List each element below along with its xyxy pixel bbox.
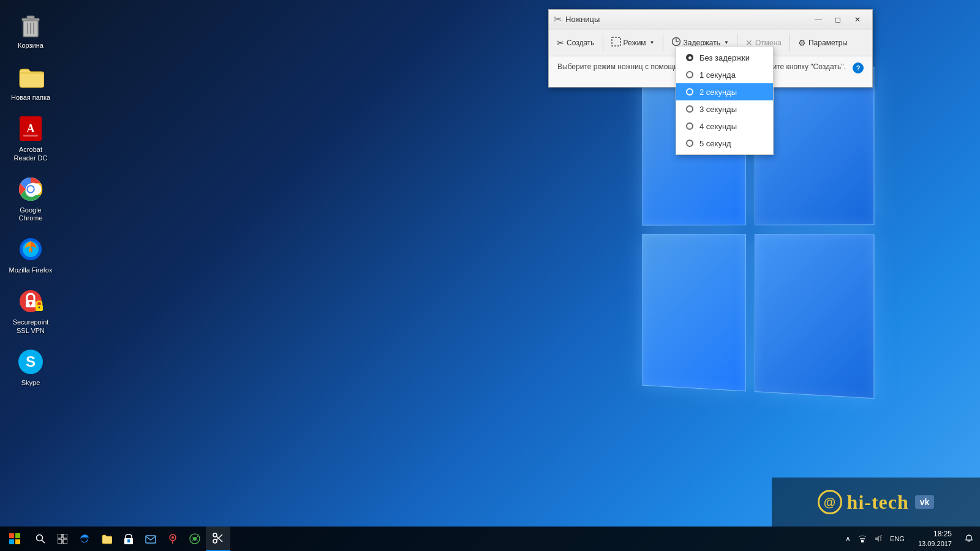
search-button[interactable]: [29, 527, 51, 551]
svg-rect-2: [27, 16, 34, 19]
maps-button[interactable]: [162, 527, 184, 551]
svg-rect-18: [30, 303, 31, 305]
delay-option-no-delay[interactable]: Без задержки: [676, 49, 773, 66]
settings-label: Параметры: [809, 39, 848, 47]
svg-text:S: S: [26, 353, 36, 370]
firefox-label: Mozilla Firefox: [9, 266, 53, 274]
store-button[interactable]: [118, 527, 140, 551]
delay-option-1sec-label: 1 секунда: [699, 70, 736, 80]
notification-button[interactable]: [958, 527, 980, 551]
desktop-icons-area: Корзина Новая папка A Acrobat Reader D: [0, 0, 61, 527]
new-folder-label: Новая папка: [11, 94, 50, 102]
separator-2: [663, 34, 663, 51]
start-button[interactable]: [0, 527, 29, 551]
desktop-icon-firefox[interactable]: Mozilla Firefox: [6, 231, 55, 278]
svg-point-12: [28, 186, 34, 192]
radio-3sec: [686, 105, 693, 113]
snipping-title-icon: ✂: [554, 13, 562, 25]
delay-option-1sec[interactable]: 1 секунда: [676, 66, 773, 83]
snipping-titlebar: ✂ Ножницы — ◻ ✕: [549, 10, 872, 29]
hitech-vk: vk: [915, 495, 935, 509]
vpn-label: Securepoint SSL VPN: [9, 318, 53, 334]
delay-option-2sec[interactable]: 2 секунды: [676, 83, 773, 100]
systray-network[interactable]: [856, 534, 869, 543]
desktop-icon-acrobat[interactable]: A Acrobat Reader DC: [6, 110, 55, 165]
desktop-icon-chrome[interactable]: Google Chrome: [6, 171, 55, 226]
acrobat-icon: A: [16, 114, 45, 143]
svg-rect-29: [9, 539, 14, 544]
systray-lang[interactable]: ENG: [888, 535, 907, 542]
svg-rect-35: [58, 539, 62, 544]
skype-icon: S: [16, 347, 45, 377]
mode-button[interactable]: Режим ▼: [606, 33, 660, 53]
desktop-icon-skype[interactable]: S Skype: [6, 343, 55, 391]
xbox-button[interactable]: [184, 527, 206, 551]
scissors-taskbar-button[interactable]: [206, 527, 230, 551]
taskbar: ∧ ENG 18:25 13.09.2017: [0, 527, 980, 551]
file-explorer-button[interactable]: [96, 527, 118, 551]
desktop: Корзина Новая папка A Acrobat Reader D: [0, 0, 980, 551]
svg-rect-23: [612, 37, 620, 46]
desktop-icon-recycle-bin[interactable]: Корзина: [6, 6, 55, 53]
desktop-icon-new-folder[interactable]: Новая папка: [6, 58, 55, 105]
radio-5sec: [686, 140, 693, 147]
chrome-label: Google Chrome: [9, 206, 53, 222]
settings-button[interactable]: ⚙ Параметры: [793, 33, 853, 53]
radio-4sec: [686, 122, 693, 130]
svg-rect-49: [860, 538, 865, 539]
close-button[interactable]: ✕: [848, 10, 867, 29]
taskbar-clock[interactable]: 18:25 13.09.2017: [912, 530, 958, 548]
svg-line-32: [42, 540, 45, 543]
settings-icon: ⚙: [798, 38, 806, 48]
svg-rect-39: [146, 536, 156, 543]
radio-2sec: [686, 88, 693, 96]
systray-chevron[interactable]: ∧: [843, 534, 853, 543]
svg-point-20: [39, 307, 40, 309]
create-button[interactable]: ✂ Создать: [551, 33, 600, 53]
delay-option-no-delay-label: Без задержки: [699, 53, 750, 62]
svg-rect-30: [15, 539, 20, 544]
delay-option-2sec-label: 2 секунды: [699, 88, 737, 97]
svg-rect-27: [9, 533, 14, 538]
hitech-text: hi-tech: [847, 491, 909, 514]
systray-volume[interactable]: [872, 534, 885, 543]
firefox-icon: [16, 234, 45, 264]
maximize-button[interactable]: ◻: [828, 10, 848, 29]
svg-rect-36: [63, 539, 67, 544]
window-controls: — ◻ ✕: [809, 10, 867, 29]
svg-text:A: A: [27, 122, 35, 135]
recycle-bin-icon: [16, 10, 45, 39]
delay-option-4sec-label: 4 секунды: [699, 122, 737, 131]
clock-time: 18:25: [918, 530, 952, 539]
desktop-icon-vpn[interactable]: Securepoint SSL VPN: [6, 283, 55, 338]
system-tray: ∧ ENG: [838, 534, 912, 543]
mode-arrow-icon: ▼: [650, 40, 655, 45]
svg-point-41: [172, 536, 174, 539]
acrobat-label: Acrobat Reader DC: [9, 146, 53, 162]
edge-button[interactable]: [74, 527, 96, 551]
task-view-button[interactable]: [51, 527, 74, 551]
clock-date: 13.09.2017: [918, 539, 952, 548]
help-button[interactable]: ?: [853, 62, 864, 73]
skype-label: Skype: [21, 379, 40, 387]
svg-rect-48: [861, 540, 864, 542]
delay-dropdown: Без задержки 1 секунда 2 секунды 3 секун…: [676, 46, 774, 155]
svg-rect-38: [127, 539, 130, 542]
radio-1sec: [686, 71, 693, 78]
minimize-button[interactable]: —: [809, 10, 828, 29]
delay-arrow-icon: ▼: [724, 40, 729, 45]
chrome-icon: [16, 174, 45, 204]
svg-rect-8: [23, 135, 38, 137]
separator-1: [603, 34, 603, 51]
radio-no-delay: [686, 54, 693, 61]
mode-label: Режим: [624, 39, 646, 47]
delay-option-3sec[interactable]: 3 секунды: [676, 100, 773, 118]
delay-option-5sec[interactable]: 5 секунд: [676, 135, 773, 152]
svg-rect-28: [15, 533, 20, 538]
create-icon: ✂: [557, 38, 564, 48]
vpn-icon: [16, 287, 45, 316]
delay-option-4sec[interactable]: 4 секунды: [676, 118, 773, 135]
folder-icon: [16, 62, 45, 91]
mail-button[interactable]: [140, 527, 162, 551]
svg-marker-50: [875, 536, 879, 542]
